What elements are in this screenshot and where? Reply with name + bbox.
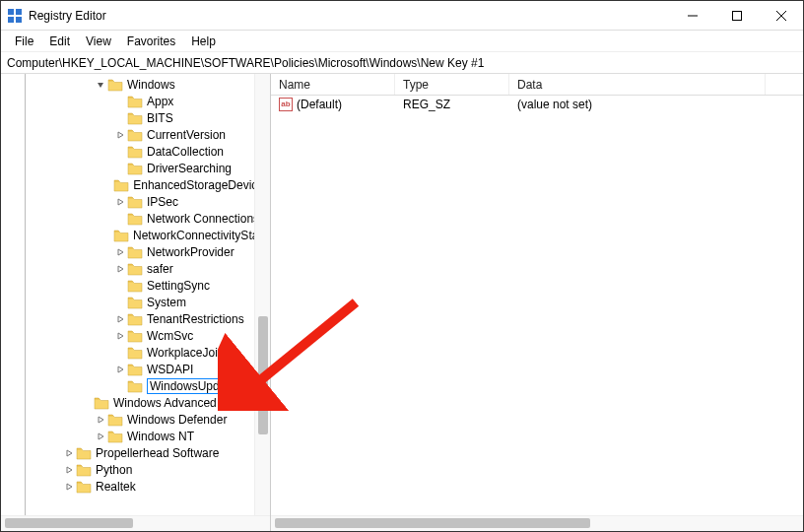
expander-icon[interactable]: [94, 430, 107, 443]
col-name-header[interactable]: Name: [271, 74, 395, 95]
tree-node-label[interactable]: NetworkConnectivityStatus: [133, 229, 270, 242]
tree-node-label[interactable]: CurrentVersion: [147, 128, 226, 142]
menu-help[interactable]: Help: [183, 33, 224, 50]
expander-icon[interactable]: [113, 329, 127, 343]
folder-icon: [113, 229, 129, 242]
address-bar[interactable]: Computer\HKEY_LOCAL_MACHINE\SOFTWARE\Pol…: [1, 52, 803, 74]
tree-node-windows-defender[interactable]: Windows Defender: [1, 411, 270, 428]
tree-node-label[interactable]: Propellerhead Software: [96, 446, 219, 460]
tree-vertical-scrollbar[interactable]: [254, 74, 270, 515]
value-name: (Default): [297, 98, 342, 111]
menu-view[interactable]: View: [78, 33, 119, 50]
expander-icon[interactable]: [113, 312, 127, 326]
tree-node-windowsupdate[interactable]: WindowsUpdate: [1, 377, 270, 394]
tree-node-label[interactable]: SettingSync: [147, 279, 210, 293]
tree-node-windows-nt[interactable]: Windows NT: [1, 428, 270, 444]
expander-icon[interactable]: [113, 128, 127, 142]
tree-node-label[interactable]: WindowsUpdate: [147, 378, 238, 394]
menu-favorites[interactable]: Favorites: [119, 33, 183, 50]
col-type-header[interactable]: Type: [395, 74, 509, 95]
list-horizontal-scrollbar[interactable]: [271, 515, 803, 531]
svg-rect-3: [16, 17, 22, 23]
tree-node-propellerhead-software[interactable]: Propellerhead Software: [1, 444, 270, 461]
close-button[interactable]: [759, 1, 803, 31]
tree-node-enhancedstoragedevices[interactable]: EnhancedStorageDevices: [1, 176, 270, 193]
tree-node-realtek[interactable]: Realtek: [1, 478, 270, 495]
tree-horizontal-scrollbar[interactable]: [1, 515, 270, 531]
tree-node-label[interactable]: safer: [147, 262, 173, 276]
app-icon: [7, 8, 23, 24]
menu-edit[interactable]: Edit: [41, 33, 78, 50]
tree-node-label[interactable]: WSDAPI: [147, 363, 193, 376]
expander-icon[interactable]: [94, 413, 107, 427]
folder-icon: [107, 78, 123, 92]
menu-file[interactable]: File: [7, 33, 41, 50]
tree-node-wsdapi[interactable]: WSDAPI: [1, 361, 270, 377]
list-header: Name Type Data: [271, 74, 803, 96]
minimize-button[interactable]: [670, 1, 714, 31]
expander-icon[interactable]: [113, 363, 127, 376]
tree-node-label[interactable]: Windows Advanced Threat Protection: [113, 396, 270, 410]
tree-node-windows-root[interactable]: Windows: [1, 76, 270, 93]
tree-node-label[interactable]: IPSec: [147, 195, 178, 209]
folder-icon: [76, 446, 92, 460]
tree-node-networkprovider[interactable]: NetworkProvider: [1, 243, 270, 260]
tree-node-currentversion[interactable]: CurrentVersion: [1, 126, 270, 143]
tree-node-label[interactable]: WorkplaceJoin: [147, 346, 224, 360]
tree-node-label[interactable]: Network Connections: [147, 212, 259, 226]
tree-node-label[interactable]: DriverSearching: [147, 162, 232, 175]
tree-node-label[interactable]: Windows: [127, 78, 175, 92]
list-row[interactable]: ab (Default) REG_SZ (value not set): [271, 96, 803, 113]
expander-icon[interactable]: [94, 78, 107, 92]
tree-node-label[interactable]: TenantRestrictions: [147, 312, 244, 326]
svg-rect-2: [8, 17, 14, 23]
tree-vscroll-thumb[interactable]: [258, 316, 268, 434]
tree-hscroll-thumb[interactable]: [5, 518, 133, 528]
col-data-header[interactable]: Data: [509, 74, 766, 95]
tree-node-windows-advanced-threat-protection[interactable]: Windows Advanced Threat Protection: [1, 394, 270, 411]
value-type: REG_SZ: [403, 98, 450, 111]
tree-node-datacollection[interactable]: DataCollection: [1, 143, 270, 160]
tree-node-bits[interactable]: BITS: [1, 109, 270, 126]
tree-node-driversearching[interactable]: DriverSearching: [1, 160, 270, 176]
tree-node-python[interactable]: Python: [1, 461, 270, 478]
folder-icon: [113, 178, 129, 192]
tree-node-ipsec[interactable]: IPSec: [1, 193, 270, 210]
expander-icon[interactable]: [113, 245, 127, 259]
maximize-button[interactable]: [714, 1, 759, 31]
folder-icon: [127, 145, 143, 159]
registry-editor-window: Registry Editor File Edit View Favorites…: [0, 0, 804, 532]
list-pane: Name Type Data ab (Default) REG_SZ (valu…: [271, 74, 803, 531]
tree-node-wcmsvc[interactable]: WcmSvc: [1, 327, 270, 344]
tree-node-label[interactable]: DataCollection: [147, 145, 224, 159]
tree-node-label[interactable]: NetworkProvider: [147, 245, 234, 259]
tree-node-network-connections[interactable]: Network Connections: [1, 210, 270, 227]
expander-icon[interactable]: [113, 195, 127, 209]
expander-icon[interactable]: [62, 446, 76, 460]
window-controls: [670, 1, 803, 31]
tree-node-label[interactable]: BITS: [147, 111, 173, 125]
tree-node-label[interactable]: WcmSvc: [147, 329, 193, 343]
folder-icon: [127, 329, 143, 343]
tree-node-networkconnectivitystatus[interactable]: NetworkConnectivityStatus: [1, 227, 270, 243]
tree-node-label[interactable]: Windows NT: [127, 430, 194, 443]
tree-node-label[interactable]: Realtek: [96, 480, 136, 494]
folder-icon: [127, 363, 143, 376]
tree-node-appx[interactable]: Appx: [1, 93, 270, 109]
expander-icon[interactable]: [62, 480, 76, 494]
tree-node-label[interactable]: System: [147, 296, 186, 309]
tree-node-label[interactable]: Python: [96, 463, 132, 477]
tree-node-settingsync[interactable]: SettingSync: [1, 277, 270, 294]
expander-icon[interactable]: [113, 262, 127, 276]
tree-node-tenantrestrictions[interactable]: TenantRestrictions: [1, 310, 270, 327]
tree-node-label[interactable]: Windows Defender: [127, 413, 227, 427]
list-hscroll-thumb[interactable]: [275, 518, 590, 528]
tree-node-safer[interactable]: safer: [1, 260, 270, 277]
tree-node-system[interactable]: System: [1, 294, 270, 310]
tree-node-label[interactable]: EnhancedStorageDevices: [133, 178, 270, 192]
tree-guideline: [25, 74, 26, 515]
tree-node-label[interactable]: Appx: [147, 95, 173, 108]
tree-node-workplacejoin[interactable]: WorkplaceJoin: [1, 344, 270, 361]
folder-icon: [127, 111, 143, 125]
expander-icon[interactable]: [62, 463, 76, 477]
